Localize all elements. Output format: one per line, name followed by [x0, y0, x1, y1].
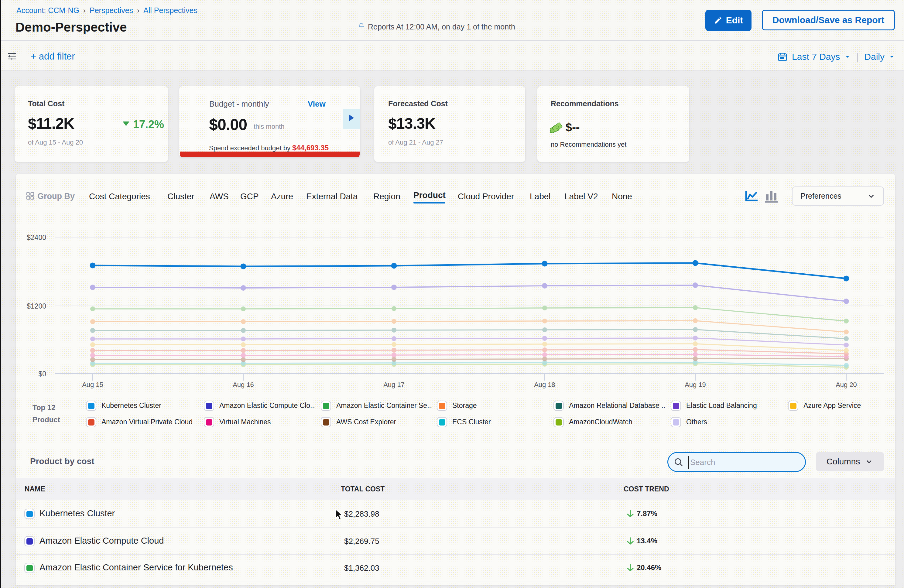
svg-text:Aug 17: Aug 17: [383, 381, 405, 389]
svg-text:Aug 16: Aug 16: [233, 381, 254, 389]
svg-text:$0: $0: [38, 370, 46, 378]
svg-text:Aug 19: Aug 19: [685, 381, 706, 389]
svg-text:$1200: $1200: [27, 302, 46, 310]
svg-text:Aug 15: Aug 15: [82, 381, 103, 389]
svg-text:Aug 20: Aug 20: [836, 381, 857, 389]
svg-text:Aug 18: Aug 18: [534, 381, 555, 389]
svg-text:$2400: $2400: [27, 234, 46, 242]
